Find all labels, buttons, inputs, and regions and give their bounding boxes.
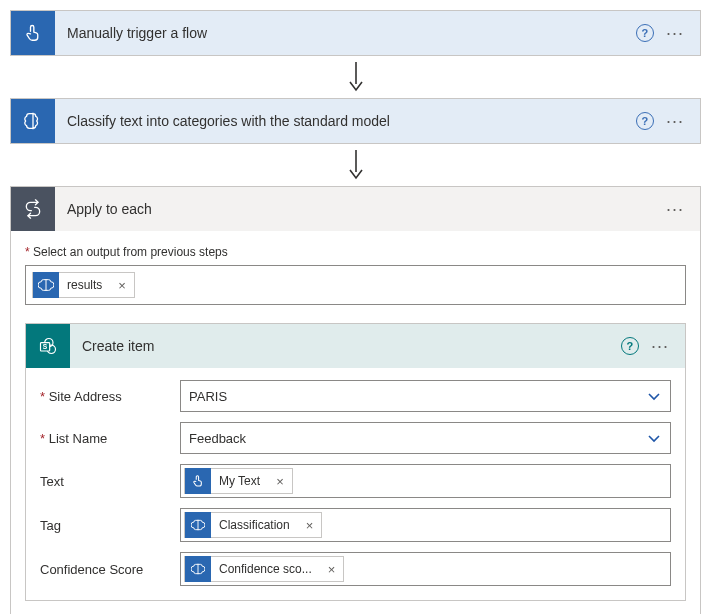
row-confidence: Confidence Score Confidence sco... × [40, 552, 671, 586]
connector-arrow [10, 144, 701, 186]
step-classify[interactable]: Classify text into categories with the s… [10, 98, 701, 144]
site-address-select[interactable]: PARIS [180, 380, 671, 412]
required-mark: * [40, 431, 45, 446]
more-icon[interactable]: ··· [647, 341, 673, 351]
close-icon[interactable]: × [268, 474, 292, 489]
more-icon[interactable]: ··· [662, 28, 688, 38]
close-icon[interactable]: × [298, 518, 322, 533]
ai-icon [185, 512, 211, 538]
token-confidence-score[interactable]: Confidence sco... × [184, 556, 344, 582]
output-label-text: Select an output from previous steps [33, 245, 228, 259]
ai-icon [33, 272, 59, 298]
chevron-down-icon[interactable] [646, 388, 662, 404]
output-input[interactable]: results × [25, 265, 686, 305]
step-title: Apply to each [55, 201, 662, 217]
field-label: Text [40, 474, 180, 489]
field-label: * List Name [40, 431, 180, 446]
output-label: * Select an output from previous steps [25, 245, 686, 259]
header-actions: ··· [662, 204, 700, 214]
close-icon[interactable]: × [110, 278, 134, 293]
label-text: List Name [49, 431, 108, 446]
create-item-body: * Site Address PARIS * List Name [26, 368, 685, 600]
step-apply-to-each: Apply to each ··· * Select an output fro… [10, 186, 701, 614]
step-header: Classify text into categories with the s… [11, 99, 700, 143]
header-actions: ? ··· [636, 112, 700, 130]
token-label: My Text [211, 474, 268, 488]
row-text: Text My Text × [40, 464, 671, 498]
more-icon[interactable]: ··· [662, 204, 688, 214]
field-value: Feedback [189, 431, 246, 446]
text-input[interactable]: My Text × [180, 464, 671, 498]
row-tag: Tag Classification × [40, 508, 671, 542]
apply-body: * Select an output from previous steps r… [11, 231, 700, 614]
token-classification[interactable]: Classification × [184, 512, 322, 538]
token-label: results [59, 278, 110, 292]
step-title: Manually trigger a flow [55, 25, 636, 41]
field-value: PARIS [189, 389, 227, 404]
step-create-item: S Create item ? ··· * Site Address PARIS [25, 323, 686, 601]
step-title: Create item [70, 338, 621, 354]
token-results[interactable]: results × [32, 272, 135, 298]
step-header: Manually trigger a flow ? ··· [11, 11, 700, 55]
step-trigger[interactable]: Manually trigger a flow ? ··· [10, 10, 701, 56]
list-name-select[interactable]: Feedback [180, 422, 671, 454]
help-icon[interactable]: ? [621, 337, 639, 355]
required-mark: * [25, 245, 30, 259]
token-label: Classification [211, 518, 298, 532]
more-icon[interactable]: ··· [662, 116, 688, 126]
connector-arrow [10, 56, 701, 98]
touch-icon [185, 468, 211, 494]
field-label: Tag [40, 518, 180, 533]
field-label: Confidence Score [40, 562, 180, 577]
close-icon[interactable]: × [320, 562, 344, 577]
sharepoint-icon: S [26, 324, 70, 368]
confidence-input[interactable]: Confidence sco... × [180, 552, 671, 586]
token-label: Confidence sco... [211, 562, 320, 576]
help-icon[interactable]: ? [636, 112, 654, 130]
header-actions: ? ··· [621, 337, 685, 355]
step-header[interactable]: S Create item ? ··· [26, 324, 685, 368]
required-mark: * [40, 389, 45, 404]
row-list-name: * List Name Feedback [40, 422, 671, 454]
brain-icon [11, 99, 55, 143]
field-label: * Site Address [40, 389, 180, 404]
touch-icon [11, 11, 55, 55]
help-icon[interactable]: ? [636, 24, 654, 42]
label-text: Site Address [49, 389, 122, 404]
step-header[interactable]: Apply to each ··· [11, 187, 700, 231]
token-my-text[interactable]: My Text × [184, 468, 293, 494]
tag-input[interactable]: Classification × [180, 508, 671, 542]
loop-icon [11, 187, 55, 231]
chevron-down-icon[interactable] [646, 430, 662, 446]
ai-icon [185, 556, 211, 582]
step-title: Classify text into categories with the s… [55, 113, 636, 129]
header-actions: ? ··· [636, 24, 700, 42]
svg-text:S: S [43, 343, 48, 350]
row-site-address: * Site Address PARIS [40, 380, 671, 412]
